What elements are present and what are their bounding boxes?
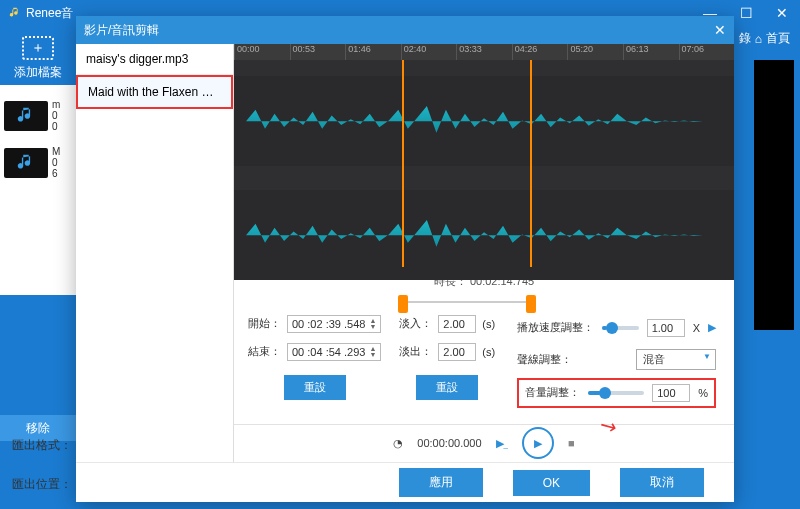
export-format-label: 匯出格式： [12, 438, 72, 452]
step-forward-icon[interactable]: ▶_ [496, 437, 508, 450]
audio-thumbnail-icon [4, 101, 48, 131]
channel-select[interactable]: 混音 [636, 349, 716, 370]
add-file-label: 添加檔案 [0, 64, 76, 81]
dialog-titlebar: 影片/音訊剪輯 ✕ [76, 16, 734, 44]
unit-seconds: (s) [482, 346, 495, 358]
add-file-icon: ＋ [22, 36, 54, 60]
ok-button[interactable]: OK [513, 470, 590, 496]
unit-seconds: (s) [482, 318, 495, 330]
ruler-tick: 05:20 [567, 44, 623, 60]
close-icon[interactable]: ✕ [714, 22, 726, 38]
start-time-value: 00 :02 :39 .548 [292, 318, 365, 330]
file-meta: 0 [52, 157, 60, 168]
fadein-label: 淡入： [399, 316, 432, 331]
file-meta: 0 [52, 121, 60, 132]
app-title: Renee音 [26, 5, 73, 22]
video-preview [754, 60, 794, 330]
start-label: 開始： [248, 316, 281, 331]
list-item[interactable]: M 0 6 [0, 142, 76, 183]
channel-value: 混音 [643, 353, 665, 365]
dialog-footer: 應用 OK 取消 [76, 462, 734, 502]
speed-input[interactable]: 1.00 [647, 319, 685, 337]
file-list: maisy's digger.mp3 Maid with the Flaxen … [76, 44, 234, 462]
add-file-button[interactable]: ＋ 添加檔案 [0, 32, 76, 85]
stop-button[interactable]: ■ [568, 437, 575, 449]
speed-play-icon[interactable]: ▶ [708, 321, 716, 334]
ruler-tick: 06:13 [623, 44, 679, 60]
range-handle-start[interactable] [398, 295, 408, 313]
file-list-item[interactable]: maisy's digger.mp3 [76, 44, 233, 75]
editor-panel: 00:00 00:53 01:46 02:40 03:33 04:26 05:2… [234, 44, 734, 462]
speed-value: 1.00 [652, 322, 673, 334]
file-meta: 6 [52, 168, 60, 179]
end-time-value: 00 :04 :54 .293 [292, 346, 365, 358]
playback-time: 00:00:00.000 [417, 437, 481, 449]
list-item[interactable]: m 0 0 [0, 95, 76, 136]
reset-button[interactable]: 重設 [416, 375, 478, 400]
volume-input[interactable]: 100 [652, 384, 690, 402]
home-link[interactable]: 首頁 [766, 30, 790, 47]
export-path-label: 匯出位置： [12, 477, 72, 491]
ruler-tick: 03:33 [456, 44, 512, 60]
music-note-icon [8, 6, 22, 20]
range-handles[interactable] [234, 293, 734, 311]
selection-range[interactable] [402, 60, 532, 267]
clock-icon: ◔ [393, 437, 403, 450]
volume-slider[interactable] [588, 391, 644, 395]
ruler-tick: 07:06 [679, 44, 735, 60]
volume-label: 音量調整： [525, 385, 580, 400]
fadeout-label: 淡出： [399, 344, 432, 359]
ruler-tick: 01:46 [345, 44, 401, 60]
fadeout-value: 2.00 [443, 346, 464, 358]
fadein-value: 2.00 [443, 318, 464, 330]
ruler-tick: 00:53 [290, 44, 346, 60]
fadein-input[interactable]: 2.00 [438, 315, 476, 333]
volume-value: 100 [657, 387, 675, 399]
file-list-item-selected[interactable]: Maid with the Flaxen Hair.mp3 [76, 75, 233, 109]
apply-button[interactable]: 應用 [399, 468, 483, 497]
edit-dialog: 影片/音訊剪輯 ✕ maisy's digger.mp3 Maid with t… [76, 16, 734, 502]
timeline-ruler[interactable]: 00:00 00:53 01:46 02:40 03:33 04:26 05:2… [234, 44, 734, 60]
file-name: m [52, 99, 60, 110]
speed-x: X [693, 322, 700, 334]
waveform-area[interactable] [234, 60, 734, 268]
ruler-tick: 00:00 [234, 44, 290, 60]
tab-record[interactable]: 錄 [739, 30, 751, 47]
channel-label: 聲線調整： [517, 352, 572, 367]
play-button[interactable]: ▶ [522, 427, 554, 459]
dialog-title-text: 影片/音訊剪輯 [84, 22, 159, 39]
reset-button[interactable]: 重設 [284, 375, 346, 400]
audio-thumbnail-icon [4, 148, 48, 178]
end-label: 結束： [248, 344, 281, 359]
ruler-tick: 02:40 [401, 44, 457, 60]
fadeout-input[interactable]: 2.00 [438, 343, 476, 361]
speed-label: 播放速度調整： [517, 320, 594, 335]
speed-slider[interactable] [602, 326, 638, 330]
playback-bar: ◔ 00:00:00.000 ▶_ ▶ ■ [234, 424, 734, 462]
home-icon: ⌂ [755, 32, 762, 46]
file-meta: 0 [52, 110, 60, 121]
cancel-button[interactable]: 取消 [620, 468, 704, 497]
start-time-input[interactable]: 00 :02 :39 .548 ▲▼ [287, 315, 381, 333]
end-time-input[interactable]: 00 :04 :54 .293 ▲▼ [287, 343, 381, 361]
ruler-tick: 04:26 [512, 44, 568, 60]
volume-unit: % [698, 387, 708, 399]
range-handle-end[interactable] [526, 295, 536, 313]
file-name: M [52, 146, 60, 157]
close-button[interactable]: ✕ [764, 5, 800, 21]
spin-down-icon[interactable]: ▼ [369, 352, 376, 358]
spin-down-icon[interactable]: ▼ [369, 324, 376, 330]
